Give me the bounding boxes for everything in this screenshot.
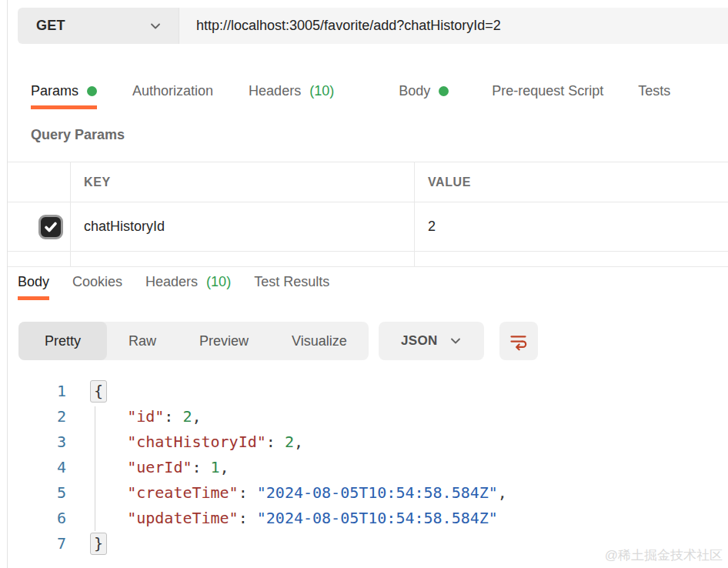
response-tabs: BodyCookiesHeaders(10)Test Results bbox=[18, 274, 329, 300]
tab-label: Headers bbox=[145, 274, 198, 290]
method-selector[interactable]: GET bbox=[18, 8, 179, 44]
json-token: "createTime" bbox=[127, 483, 239, 502]
response-tab-cookies[interactable]: Cookies bbox=[72, 274, 122, 300]
line-number: 1 bbox=[18, 379, 66, 404]
watermark: @稀土掘金技术社区 bbox=[605, 546, 723, 564]
tab-label: Pre-request Script bbox=[492, 83, 603, 99]
line-content: { bbox=[90, 379, 107, 404]
tab-count-badge: (10) bbox=[309, 83, 334, 99]
tab-pre-request-script[interactable]: Pre-request Script bbox=[492, 83, 603, 109]
format-dropdown[interactable]: JSON bbox=[379, 322, 484, 360]
view-mode-switcher: PrettyRawPreviewVisualize bbox=[18, 322, 369, 360]
response-tab-test-results[interactable]: Test Results bbox=[254, 274, 329, 300]
format-label: JSON bbox=[401, 333, 438, 349]
json-token bbox=[90, 483, 127, 502]
json-token: , bbox=[220, 458, 229, 476]
json-token: : bbox=[239, 509, 257, 527]
json-token bbox=[90, 433, 127, 451]
green-dot-indicator bbox=[439, 86, 449, 96]
json-token bbox=[90, 458, 127, 476]
view-mode-preview[interactable]: Preview bbox=[178, 322, 270, 360]
json-token: 2 bbox=[182, 407, 192, 426]
json-token: , bbox=[192, 407, 201, 426]
line-number: 6 bbox=[18, 506, 66, 531]
json-token: : bbox=[164, 407, 182, 426]
param-value-cell[interactable]: 2 bbox=[414, 202, 728, 252]
code-line: 3 "chatHistoryId": 2, bbox=[18, 429, 728, 455]
code-line: 2 "id": 2, bbox=[18, 404, 728, 429]
tab-label: Body bbox=[399, 83, 430, 99]
checkmark-icon bbox=[44, 220, 58, 234]
param-checkbox[interactable] bbox=[38, 215, 63, 239]
request-url-row: GET http://localhost:3005/favorite/add?c… bbox=[18, 8, 728, 44]
tab-tests[interactable]: Tests bbox=[638, 83, 670, 109]
json-token: , bbox=[498, 483, 507, 502]
tab-authorization[interactable]: Authorization bbox=[132, 83, 213, 109]
json-token: "2024-08-05T10:54:58.584Z" bbox=[257, 509, 498, 527]
view-mode-raw[interactable]: Raw bbox=[107, 322, 178, 360]
table-stub-cell bbox=[70, 252, 414, 267]
tab-label: Authorization bbox=[132, 83, 213, 99]
json-token: : bbox=[239, 483, 257, 502]
fold-marker[interactable]: { bbox=[90, 380, 107, 403]
panel-left-border bbox=[7, 0, 8, 568]
response-view-bar: PrettyRawPreviewVisualize JSON bbox=[18, 322, 538, 360]
tab-body[interactable]: Body bbox=[399, 83, 449, 109]
table-header-key: KEY bbox=[70, 162, 414, 202]
line-number: 5 bbox=[18, 480, 66, 506]
line-content: } bbox=[90, 531, 107, 556]
response-tab-body[interactable]: Body bbox=[18, 274, 49, 300]
view-mode-pretty[interactable]: Pretty bbox=[18, 322, 107, 360]
code-line: 5 "createTime": "2024-08-05T10:54:58.584… bbox=[18, 480, 728, 506]
table-header-value: VALUE bbox=[414, 162, 728, 202]
tab-label: Tests bbox=[638, 83, 670, 99]
query-params-title: Query Params bbox=[31, 127, 125, 143]
wrap-text-icon bbox=[508, 331, 529, 352]
json-token: : bbox=[192, 458, 210, 476]
line-content: "id": 2, bbox=[90, 404, 202, 429]
json-token: "uerId" bbox=[127, 458, 192, 476]
code-line: 6 "updateTime": "2024-08-05T10:54:58.584… bbox=[18, 506, 728, 531]
param-key-cell[interactable]: chatHistoryId bbox=[70, 202, 414, 252]
chevron-down-icon bbox=[449, 335, 462, 347]
line-number: 3 bbox=[18, 429, 66, 455]
json-token: 1 bbox=[211, 458, 220, 476]
response-body-json: 1{2 "id": 2,3 "chatHistoryId": 2,4 "uerI… bbox=[18, 379, 728, 556]
response-tab-headers[interactable]: Headers(10) bbox=[145, 274, 231, 300]
json-token: 2 bbox=[285, 433, 294, 451]
green-dot-indicator bbox=[87, 86, 97, 96]
tab-count-badge: (10) bbox=[206, 274, 231, 290]
tab-label: Test Results bbox=[254, 274, 329, 290]
line-content: "createTime": "2024-08-05T10:54:58.584Z"… bbox=[90, 480, 507, 506]
fold-marker[interactable]: } bbox=[90, 533, 107, 555]
tab-headers[interactable]: Headers(10) bbox=[249, 83, 334, 109]
line-number: 4 bbox=[18, 455, 66, 480]
tab-label: Params bbox=[31, 83, 78, 99]
request-tabs: ParamsAuthorizationHeaders(10)BodyPre-re… bbox=[31, 83, 670, 109]
code-line: 1{ bbox=[18, 379, 728, 404]
line-number: 7 bbox=[18, 531, 66, 556]
url-input[interactable]: http://localhost:3005/favorite/add?chatH… bbox=[179, 8, 728, 44]
json-token: "id" bbox=[127, 407, 164, 426]
wrap-text-button[interactable] bbox=[499, 322, 538, 360]
tab-label: Cookies bbox=[72, 274, 122, 290]
chevron-down-icon bbox=[149, 20, 162, 32]
view-mode-visualize[interactable]: Visualize bbox=[270, 322, 369, 360]
json-token: "chatHistoryId" bbox=[127, 433, 266, 451]
line-content: "updateTime": "2024-08-05T10:54:58.584Z" bbox=[90, 506, 498, 531]
line-number: 2 bbox=[18, 404, 66, 429]
line-content: "uerId": 1, bbox=[90, 455, 229, 480]
table-header-checkbox-cell bbox=[8, 162, 70, 202]
line-content: "chatHistoryId": 2, bbox=[90, 429, 303, 455]
query-params-table: KEYVALUEchatHistoryId2 bbox=[8, 162, 728, 267]
json-token: "updateTime" bbox=[127, 509, 239, 527]
method-label: GET bbox=[36, 18, 65, 34]
tab-params[interactable]: Params bbox=[31, 83, 97, 109]
table-row-checkbox-cell bbox=[8, 202, 70, 252]
json-token bbox=[90, 407, 127, 426]
json-token bbox=[90, 509, 127, 527]
tab-label: Headers bbox=[249, 83, 301, 99]
table-stub-cell bbox=[414, 252, 728, 267]
code-line: 4 "uerId": 1, bbox=[18, 455, 728, 480]
tab-label: Body bbox=[18, 274, 49, 290]
